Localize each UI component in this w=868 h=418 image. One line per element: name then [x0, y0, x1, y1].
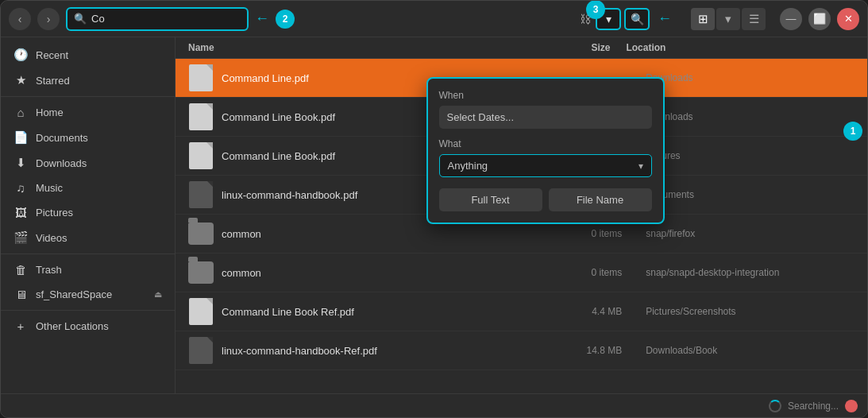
- col-name-header: Name: [188, 42, 530, 53]
- minimize-button[interactable]: —: [780, 8, 802, 30]
- file-name: common: [222, 267, 534, 279]
- file-icon: [188, 219, 214, 248]
- file-name: Command Line Book Ref.pdf: [222, 306, 534, 318]
- what-dropdown[interactable]: Anything ▾: [439, 154, 652, 177]
- select-dates-button[interactable]: Select Dates...: [439, 106, 652, 129]
- file-location: Pictures/Screenshots: [630, 306, 854, 317]
- col-location-header: Location: [610, 42, 854, 53]
- music-icon: ♫: [14, 181, 28, 195]
- home-icon: ⌂: [14, 106, 28, 119]
- filter-area: 3 ⛓ ▾ 🔍: [580, 8, 650, 30]
- sf-icon: 🖥: [14, 288, 28, 301]
- file-name-button[interactable]: File Name: [549, 188, 652, 211]
- back-button[interactable]: ‹: [9, 8, 31, 30]
- sidebar-item-downloads[interactable]: ⬇ Downloads: [1, 150, 175, 176]
- sidebar-item-documents[interactable]: 📄 Documents: [1, 125, 175, 150]
- trash-icon: 🗑: [14, 263, 28, 277]
- file-size: 4.4 MB: [542, 306, 622, 317]
- table-row[interactable]: Command Line Book Ref.pdf 4.4 MB Picture…: [176, 292, 867, 331]
- file-header: Name Size Location: [176, 37, 867, 59]
- sidebar-label-home: Home: [36, 106, 64, 118]
- dropdown-arrow-icon: ▾: [638, 161, 643, 172]
- grid-view-button[interactable]: ⊞: [691, 8, 715, 30]
- table-row[interactable]: common 0 items snap/snapd-desktop-integr…: [176, 254, 867, 292]
- file-name: common: [222, 228, 534, 240]
- file-location: Downloads/Book: [630, 345, 854, 356]
- chevron-view-button[interactable]: ▾: [716, 8, 740, 30]
- sidebar-item-recent[interactable]: 🕐 Recent: [1, 42, 175, 68]
- downloads-icon: ⬇: [14, 156, 28, 170]
- sidebar-label-other: Other Locations: [36, 320, 109, 332]
- file-icon: [188, 64, 214, 92]
- pdf-icon: [189, 103, 213, 130]
- file-location: snap/firefox: [630, 228, 854, 239]
- sidebar-label-recent: Recent: [36, 49, 68, 61]
- titlebar: ‹ › 🔍 ← 2 3 ⛓ ▾ 🔍 ← ⊞ ▾ ☰ — ⬜ ✕: [1, 1, 867, 37]
- file-icon: [188, 297, 214, 326]
- sidebar-item-music[interactable]: ♫ Music: [1, 176, 175, 200]
- sidebar-item-sf-sharedspace[interactable]: 🖥 sf_SharedSpace ⏏: [1, 282, 175, 307]
- pdf-icon: [189, 298, 213, 325]
- file-size: 0 items: [542, 228, 622, 239]
- file-icon: [188, 141, 214, 170]
- sidebar-item-trash[interactable]: 🗑 Trash: [1, 257, 175, 282]
- videos-icon: 🎬: [14, 230, 28, 245]
- pdf-icon-dark: [189, 181, 213, 208]
- search-toggle-button[interactable]: 🔍: [624, 8, 650, 30]
- sidebar-label-documents: Documents: [36, 132, 88, 144]
- sidebar-item-pictures[interactable]: 🖼 Pictures: [1, 200, 175, 225]
- arrow-to-search-btn: ←: [658, 10, 672, 27]
- starred-icon: ★: [14, 73, 28, 87]
- window-controls: — ⬜ ✕: [780, 8, 859, 30]
- forward-button[interactable]: ›: [37, 8, 60, 30]
- recent-icon: 🕐: [14, 48, 28, 62]
- search-box: 🔍: [66, 7, 249, 31]
- sidebar-divider-2: [1, 254, 175, 254]
- maximize-button[interactable]: ⬜: [808, 8, 831, 30]
- annotation-badge-2: 2: [276, 10, 295, 29]
- sidebar-label-starred: Starred: [36, 75, 70, 87]
- file-size: 0 items: [542, 267, 622, 278]
- filter-popover: When Select Dates... What Anything ▾ Ful…: [426, 77, 665, 224]
- main-content: 🕐 Recent ★ Starred ⌂ Home 📄 Documents ⬇ …: [1, 37, 867, 393]
- search-input[interactable]: [91, 13, 241, 25]
- file-size: 14.8 MB: [542, 345, 622, 356]
- search-spinner: [769, 400, 781, 412]
- sidebar-item-starred[interactable]: ★ Starred: [1, 68, 175, 93]
- sidebar-label-sf: sf_SharedSpace: [36, 288, 112, 300]
- stop-search-button[interactable]: [845, 400, 858, 412]
- statusbar: Searching...: [1, 393, 867, 417]
- sidebar-divider-1: [1, 96, 175, 97]
- file-name: linux-command-handbook-Ref.pdf: [222, 345, 534, 357]
- filter-action-buttons: Full Text File Name: [439, 188, 652, 211]
- table-row[interactable]: linux-command-handbook-Ref.pdf 14.8 MB D…: [176, 331, 867, 370]
- sidebar-item-home[interactable]: ⌂ Home: [1, 100, 175, 125]
- sidebar-divider-3: [1, 310, 175, 311]
- statusbar-text: Searching...: [788, 401, 839, 412]
- sidebar-label-videos: Videos: [36, 232, 68, 244]
- when-label: When: [439, 90, 652, 101]
- annotation-badge-3: 3: [586, 0, 605, 19]
- sidebar-item-videos[interactable]: 🎬 Videos: [1, 225, 175, 250]
- sidebar-label-trash: Trash: [36, 264, 62, 276]
- eject-icon[interactable]: ⏏: [154, 289, 162, 300]
- list-view-button[interactable]: ☰: [742, 8, 766, 30]
- arrow-to-search: ←: [255, 10, 269, 27]
- file-icon: [188, 336, 214, 365]
- folder-icon: [188, 223, 214, 245]
- close-button[interactable]: ✕: [837, 8, 859, 30]
- plus-icon: +: [14, 319, 28, 333]
- pdf-icon: [189, 64, 213, 91]
- sidebar-item-other-locations[interactable]: + Other Locations: [1, 314, 175, 339]
- col-size-header: Size: [530, 42, 610, 53]
- sidebar: 🕐 Recent ★ Starred ⌂ Home 📄 Documents ⬇ …: [1, 37, 176, 393]
- file-icon: [188, 180, 214, 209]
- pdf-icon-dark: [189, 337, 213, 364]
- full-text-button[interactable]: Full Text: [439, 188, 542, 211]
- what-label: What: [439, 138, 652, 149]
- file-panel: Name Size Location Command Line.pdf Down…: [176, 37, 867, 393]
- what-value: Anything: [448, 160, 488, 172]
- file-manager-window: ‹ › 🔍 ← 2 3 ⛓ ▾ 🔍 ← ⊞ ▾ ☰ — ⬜ ✕: [0, 0, 868, 418]
- sidebar-label-downloads: Downloads: [36, 157, 87, 169]
- documents-icon: 📄: [14, 130, 28, 145]
